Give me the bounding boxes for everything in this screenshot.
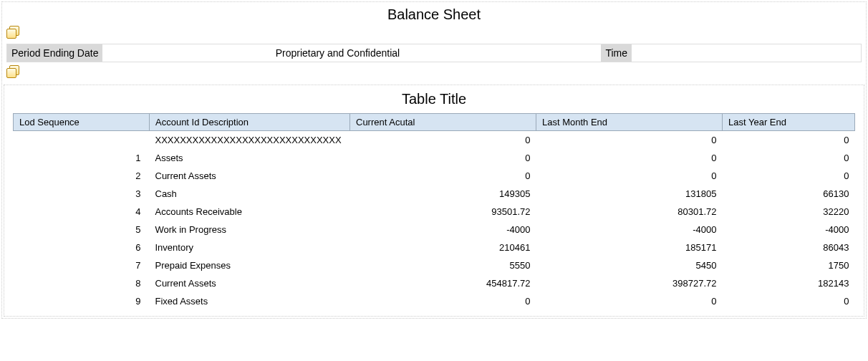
cell-last-month: 0 [536,131,723,150]
col-header-last-month[interactable]: Last Month End [536,114,723,131]
cell-lod: 9 [14,292,150,310]
table-header-row: Lod Sequence Account Id Description Curr… [14,114,855,131]
cell-desc: XXXXXXXXXXXXXXXXXXXXXXXXXXXXXX [150,131,350,150]
cell-current: 0 [350,149,536,167]
cell-last-month: 398727.72 [536,274,723,292]
cell-last-month: 0 [536,167,723,185]
col-header-lod[interactable]: Lod Sequence [14,114,150,131]
cell-current: 0 [350,167,536,185]
cell-last-month: 131805 [536,185,723,203]
cell-lod [14,131,150,150]
cell-lod: 2 [14,167,150,185]
table-row[interactable]: 7Prepaid Expenses555054501750 [14,256,855,274]
table-row[interactable]: 3Cash14930513180566130 [14,185,855,203]
confidential-label: Proprietary and Confidential [102,44,572,62]
cell-lod: 8 [14,274,150,292]
cell-last-month: 0 [536,149,723,167]
table-row[interactable]: 1Assets000 [14,149,855,167]
cell-current: 149305 [350,185,536,203]
cell-lod: 6 [14,239,150,256]
placeholder-icon[interactable] [6,65,19,78]
cell-current: 93501.72 [350,203,536,221]
cell-desc: Current Assets [150,167,350,185]
table-row[interactable]: 8Current Assets454817.72398727.72182143 [14,274,855,292]
cell-last-month: 80301.72 [536,203,723,221]
period-ending-date-label[interactable]: Period Ending Date [7,44,102,62]
cell-desc: Assets [150,149,350,167]
cell-desc: Prepaid Expenses [150,256,350,274]
cell-last-year: 182143 [723,274,855,292]
cell-lod: 4 [14,203,150,221]
cell-desc: Current Assets [150,274,350,292]
table-row[interactable]: 6Inventory21046118517186043 [14,239,855,256]
cell-lod: 5 [14,221,150,239]
header-bar: Period Ending Date Proprietary and Confi… [6,44,862,62]
table-row[interactable]: 2Current Assets000 [14,167,855,185]
table-row[interactable]: 4Accounts Receivable93501.7280301.723222… [14,203,855,221]
cell-last-year: 32220 [723,203,855,221]
cell-last-year: 0 [723,149,855,167]
cell-current: 5550 [350,256,536,274]
data-table: Lod Sequence Account Id Description Curr… [13,113,855,310]
cell-current: -4000 [350,221,536,239]
cell-last-year: 86043 [723,239,855,256]
table-body: XXXXXXXXXXXXXXXXXXXXXXXXXXXXXX0001Assets… [14,131,855,311]
cell-last-year: 0 [723,131,855,150]
cell-last-month: 185171 [536,239,723,256]
cell-last-year: 0 [723,292,855,310]
cell-desc: Inventory [150,239,350,256]
cell-last-month: -4000 [536,221,723,239]
placeholder-icon[interactable] [6,26,19,39]
cell-last-year: -4000 [723,221,855,239]
cell-lod: 3 [14,185,150,203]
cell-desc: Fixed Assets [150,292,350,310]
col-header-last-year[interactable]: Last Year End [723,114,855,131]
cell-last-month: 0 [536,292,723,310]
cell-desc: Work in Progress [150,221,350,239]
cell-lod: 1 [14,149,150,167]
table-row[interactable]: 5Work in Progress-4000-4000-4000 [14,221,855,239]
cell-current: 454817.72 [350,274,536,292]
table-title: Table Title [4,85,864,113]
table-row[interactable]: XXXXXXXXXXXXXXXXXXXXXXXXXXXXXX000 [14,131,855,150]
cell-current: 210461 [350,239,536,256]
cell-desc: Cash [150,185,350,203]
table-section: Table Title Lod Sequence Account Id Desc… [4,85,864,317]
col-header-current[interactable]: Current Acutal [350,114,536,131]
report-container: Balance Sheet Period Ending Date Proprie… [1,1,867,319]
cell-current: 0 [350,131,536,150]
cell-desc: Accounts Receivable [150,203,350,221]
col-header-desc[interactable]: Account Id Description [150,114,350,131]
cell-last-year: 1750 [723,256,855,274]
table-row[interactable]: 9Fixed Assets000 [14,292,855,310]
cell-last-year: 66130 [723,185,855,203]
time-label[interactable]: Time [601,44,632,62]
cell-last-month: 5450 [536,256,723,274]
cell-lod: 7 [14,256,150,274]
report-title: Balance Sheet [2,2,866,24]
cell-current: 0 [350,292,536,310]
cell-last-year: 0 [723,167,855,185]
